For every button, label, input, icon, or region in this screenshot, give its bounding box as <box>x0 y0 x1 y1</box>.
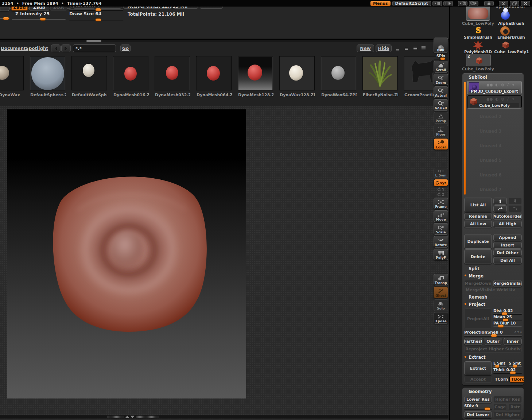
scrollbar-segment[interactable] <box>108 416 124 418</box>
remesh-section-header[interactable]: Remesh <box>464 293 522 300</box>
higher-res-button[interactable]: Higher Res <box>493 396 522 403</box>
all-high-button[interactable]: All High <box>493 221 522 228</box>
duplicate-button[interactable]: Duplicate <box>464 234 492 249</box>
lightbox-item[interactable]: DefaultSphere.ZP <box>30 56 65 90</box>
rotate-button[interactable]: Rotate <box>434 236 448 248</box>
extract-button[interactable]: Extract <box>464 361 492 375</box>
floor-button[interactable]: x y z Floor <box>434 125 448 137</box>
e-smt-knob[interactable] <box>495 365 500 368</box>
mergesimilar-button[interactable]: MergeSimilar <box>493 280 522 287</box>
cage-button[interactable]: Cage <box>493 404 507 411</box>
merge-section-header[interactable]: Merge <box>464 272 522 279</box>
subtool-slot-unused[interactable]: Unused 5 <box>464 153 522 168</box>
draw-size-knob[interactable] <box>95 18 101 22</box>
polyf-button[interactable]: PolyF <box>434 249 448 260</box>
branch-arrow-button[interactable] <box>508 205 522 212</box>
subtool-slot-unused[interactable]: Unused 7 <box>464 182 522 197</box>
divider-bar-left-icon[interactable] <box>432 1 442 6</box>
canvas-hscrollbar[interactable] <box>0 415 448 419</box>
lightbox-go-button[interactable]: Go <box>120 44 131 52</box>
lightbox-new-button[interactable]: New <box>357 44 374 52</box>
lightbox-item[interactable]: DynaMesh032.ZPI <box>155 56 190 90</box>
rstr-button[interactable]: Rstr <box>508 404 522 411</box>
lightbox-prev-button[interactable] <box>51 44 61 52</box>
scroll-down-arrow[interactable] <box>130 416 135 418</box>
lock-icon[interactable] <box>484 1 494 6</box>
sdiv-slider[interactable]: SDiv9 <box>464 404 492 409</box>
rotate-y-icon[interactable]: Y <box>434 187 448 191</box>
lightbox-scrollbar-thumb[interactable] <box>86 40 101 42</box>
lightbox-hide-button[interactable]: Hide <box>376 44 392 52</box>
tbord-button[interactable]: TBord <box>509 376 524 383</box>
move-palette-right-icon[interactable] <box>469 1 478 6</box>
projection-shell-slider[interactable]: ProjectionShell0x y z <box>464 330 522 336</box>
lightbox-item[interactable]: DynaMesh064.ZPI <box>196 56 232 90</box>
lsym-button[interactable]: L.Sym <box>434 168 448 178</box>
edge-slider[interactable] <box>0 18 9 19</box>
brush-item-polymesh3d[interactable] <box>473 40 484 50</box>
autoreorder-button[interactable]: AutoReorder <box>493 213 522 220</box>
subtool-item-pm3d[interactable]: ●●◐◍╱▫ PM3D_Cube3D_Export <box>467 81 522 94</box>
aahalf-button[interactable]: AAHalf <box>434 99 448 111</box>
extract-section-header[interactable]: Extract <box>464 353 522 361</box>
ghost-button[interactable]: Ghost <box>434 287 448 298</box>
frame-button[interactable]: Frame <box>434 198 448 209</box>
insert-button[interactable]: Insert <box>493 242 522 249</box>
brush-item-cube-lowpoly-2[interactable]: 2 <box>466 54 491 66</box>
del-higher-button[interactable]: Del Higher <box>493 411 522 418</box>
default-zscript-button[interactable]: DefaultZScript <box>392 1 431 6</box>
brush-item-alphabrush[interactable] <box>500 7 511 20</box>
outer-button[interactable]: Outer <box>484 338 502 345</box>
view-size-2-icon[interactable] <box>403 45 411 52</box>
lightbox-next-button[interactable] <box>61 44 71 52</box>
brush-item-cube-lowpoly[interactable] <box>466 6 490 21</box>
move-up-button[interactable] <box>493 198 507 205</box>
focal-shift-slider[interactable] <box>69 9 123 10</box>
bpr-button[interactable]: BPR <box>434 38 448 53</box>
del-lower-button[interactable]: Del Lower <box>464 411 492 418</box>
dist-knob[interactable] <box>501 312 508 315</box>
append-button[interactable]: Append <box>493 234 522 241</box>
dist-slider[interactable]: Dist0.02 <box>493 308 522 314</box>
zoom-button[interactable]: Zoom <box>434 74 448 85</box>
delete-button[interactable]: Delete <box>464 249 492 264</box>
subtool-item-cube-lowpoly[interactable]: ●●◐◍╱▫ Cube_LowPoly <box>467 95 522 108</box>
s-smt-slider[interactable]: S Smt <box>509 361 522 367</box>
divider-bar-right-icon[interactable] <box>443 1 453 6</box>
solo-button[interactable]: Solo <box>434 299 448 311</box>
scroll-button[interactable]: Scroll <box>434 61 448 73</box>
subtool-slot-unused[interactable]: Unused 3 <box>464 124 522 139</box>
mean-knob[interactable] <box>502 318 509 322</box>
rotate-xyz-button[interactable]: xyz <box>434 179 448 186</box>
lightbox-item[interactable]: DefaultWaxSphe <box>71 56 107 90</box>
edge-slider-knob[interactable] <box>3 17 9 20</box>
xpose-button[interactable]: Xpose <box>434 312 448 324</box>
geometry-header[interactable]: Geometry <box>464 389 522 395</box>
restore-window-icon[interactable] <box>510 1 519 6</box>
move-down-button[interactable] <box>508 198 522 205</box>
draw-size-slider[interactable] <box>69 20 123 20</box>
s-smt-knob[interactable] <box>513 365 517 368</box>
all-low-button[interactable]: All Low <box>464 221 492 228</box>
subtool-header[interactable]: SubTool <box>464 74 522 81</box>
lightbox-item[interactable]: DynaWax64.ZPR <box>321 56 356 90</box>
minimize-icon[interactable] <box>499 1 508 6</box>
subtool-slot-unused[interactable]: Unused 2 <box>464 109 522 124</box>
subtool-slot-unused[interactable]: Unused 6 <box>464 168 522 182</box>
focal-shift-knob[interactable] <box>95 8 101 11</box>
transp-button[interactable]: Transp <box>434 274 448 285</box>
projectall-button[interactable]: ProjectAll <box>464 308 492 329</box>
pa-blur-slider[interactable]: PA Blur10 <box>493 321 522 327</box>
del-other-button[interactable]: Del Other <box>493 249 522 256</box>
sdiv-knob[interactable] <box>484 407 490 411</box>
projection-shell-knob[interactable] <box>491 334 497 337</box>
accept-button[interactable]: Accept <box>464 376 492 383</box>
move-palette-left-icon[interactable] <box>458 1 467 6</box>
inner-button[interactable]: Inner <box>504 338 522 345</box>
rotate-z-icon[interactable]: Z <box>434 192 448 197</box>
uv-button[interactable]: Uv <box>509 288 515 292</box>
lightbox-item[interactable]: DynaMesh016.ZPI <box>113 56 148 90</box>
reproject-button[interactable]: Reproject Higher Subdiv <box>464 346 522 353</box>
actual-button[interactable]: x1 Actual <box>434 86 448 98</box>
mergevisible-button[interactable]: MergeVisible <box>464 288 495 292</box>
